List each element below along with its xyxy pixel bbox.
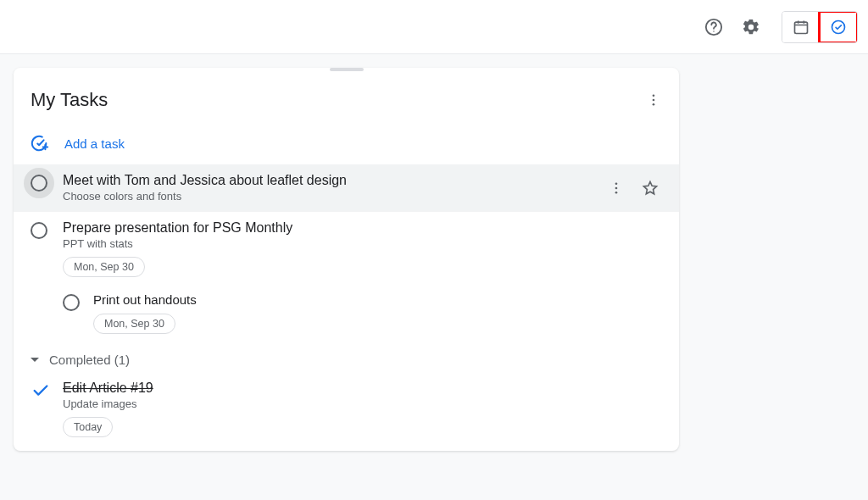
svg-point-6 <box>832 20 845 33</box>
help-icon[interactable] <box>697 10 731 44</box>
completed-task-item[interactable]: Edit Article #19 Update images Today <box>14 374 679 441</box>
task-title: Prepare presentation for PSG Monthly <box>63 220 665 236</box>
completed-task-description: Update images <box>63 397 153 410</box>
task-complete-radio[interactable] <box>63 294 80 311</box>
task-complete-radio[interactable] <box>31 175 47 192</box>
tasks-panel: My Tasks Add a task Meet with Tom and Je… <box>14 68 679 451</box>
add-task-button[interactable]: Add a task <box>14 125 679 164</box>
svg-marker-15 <box>644 182 657 194</box>
top-bar <box>0 0 868 54</box>
svg-point-7 <box>653 94 655 97</box>
task-more-icon[interactable] <box>601 173 632 203</box>
task-complete-radio[interactable] <box>31 222 47 239</box>
check-icon <box>31 381 51 401</box>
panel-more-icon[interactable] <box>638 85 669 115</box>
task-star-icon[interactable] <box>635 173 665 203</box>
task-body: Meet with Tom and Jessica about leaflet … <box>63 173 601 203</box>
svg-point-8 <box>653 99 655 102</box>
subtask-date-chip[interactable]: Mon, Sep 30 <box>93 314 175 334</box>
content-area: My Tasks Add a task Meet with Tom and Je… <box>0 54 868 464</box>
completed-section-toggle[interactable]: Completed (1) <box>14 341 679 374</box>
panel-header: My Tasks <box>14 68 679 125</box>
svg-rect-2 <box>795 22 808 33</box>
panel-title: My Tasks <box>31 89 108 111</box>
completed-label: Completed (1) <box>49 353 130 367</box>
caret-down-icon <box>31 358 39 362</box>
svg-point-14 <box>615 192 618 194</box>
drag-handle[interactable] <box>330 68 364 71</box>
completed-body: Edit Article #19 Update images Today <box>63 381 153 437</box>
calendar-view-button[interactable] <box>782 12 820 42</box>
svg-point-13 <box>615 187 618 190</box>
task-actions <box>601 173 665 203</box>
completed-task-title: Edit Article #19 <box>63 381 153 396</box>
svg-point-9 <box>653 103 655 106</box>
view-toggle <box>782 11 858 43</box>
settings-icon[interactable] <box>734 10 768 44</box>
task-description: Choose colors and fonts <box>63 190 601 203</box>
subtask-item[interactable]: Print out handouts Mon, Sep 30 <box>14 286 679 341</box>
task-body: Prepare presentation for PSG Monthly PPT… <box>63 220 665 277</box>
task-item[interactable]: Prepare presentation for PSG Monthly PPT… <box>14 212 679 286</box>
svg-point-1 <box>713 31 714 31</box>
task-title: Meet with Tom and Jessica about leaflet … <box>63 173 601 188</box>
task-item[interactable]: Meet with Tom and Jessica about leaflet … <box>14 164 679 212</box>
subtask-body: Print out handouts Mon, Sep 30 <box>93 292 665 334</box>
completed-date-chip[interactable]: Today <box>63 417 113 437</box>
task-date-chip[interactable]: Mon, Sep 30 <box>63 257 145 277</box>
add-task-label: Add a task <box>64 136 125 151</box>
svg-point-12 <box>615 182 618 185</box>
add-task-icon <box>31 134 49 153</box>
task-description: PPT with stats <box>63 237 665 250</box>
tasks-view-button[interactable] <box>820 12 857 42</box>
subtask-title: Print out handouts <box>93 292 665 307</box>
